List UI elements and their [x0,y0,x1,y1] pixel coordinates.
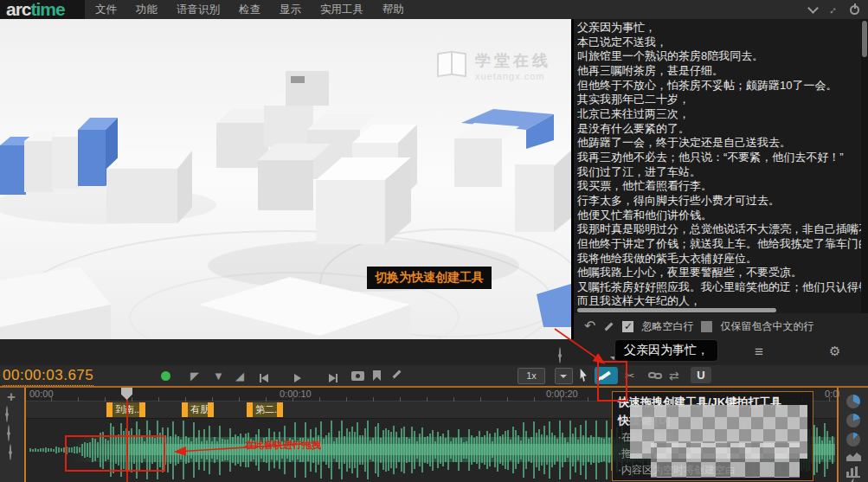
subtitle-text-lines: 父亲因为事忙， 本已说定不送我， 叫旅馆里一个熟识的茶房8陪我同去。 他再三嘱咐… [577,21,863,309]
text-line: 行李太多，得向脚夫行些小费才可过去。 [577,194,863,209]
timecode-display: 00:00:03.675 [3,367,93,386]
ignore-blank-lines-checkbox[interactable]: ✓ [622,321,633,332]
play-icon[interactable] [294,371,301,383]
bookmark-icon[interactable] [373,370,381,381]
drag-hint-text: 在此音轨进行拖拽 [245,439,321,452]
text-line: 又嘱托茶房好好照应我。我心里暗笑他的迂；他们只认得钱， [577,280,863,295]
status-dot [161,371,170,381]
undo-icon[interactable]: ↶ [584,320,595,332]
text-line: 他再三嘱咐茶房，甚是仔细。 [577,64,863,79]
text-line: 叫旅馆里一个熟识的茶房8陪我同去。 [577,49,863,64]
arctime-window: arctime 文件 功能 语音识别 检查 显示 实用工具 帮助 ↕ [0,0,868,482]
book-icon [437,50,466,74]
subtitle-list-icon[interactable]: ≡ [755,345,763,359]
watermark-title: 学堂在线 [475,50,551,71]
text-line: 北京已来往过两三次， [577,107,863,122]
track-eye-icon[interactable] [8,425,10,441]
watermark-url: xuetangx.com [475,71,551,81]
text-line: 我再三劝他不必去；他只说：“不要紧，他们去不好！” [577,151,863,165]
speed-dropdown-arrow[interactable] [555,368,573,384]
previous-icon[interactable] [260,371,268,383]
zoom-pie-icon[interactable] [846,395,860,408]
current-subtitle-tooltip: 父亲因为事忙， [615,340,717,361]
menu-file[interactable]: 文件 [95,3,117,17]
logo-time: time [31,1,65,18]
timeline-start-line [24,388,26,482]
next-icon[interactable] [329,371,338,383]
window-controls: ↕ [809,3,860,16]
text-line: 但他终于讲定了价钱；就送我上车。他给我拣定了靠车门的一张椅子； [577,237,863,252]
text-line: 我那时真是聪明过分，总觉他说话不大漂亮，非自己插嘴不可， [577,222,863,237]
watermark: 学堂在线 xuetangx.com [437,50,551,81]
switch-tool-tooltip: 切换为快速创建工具 [367,267,492,289]
subtitle-text-panel[interactable]: 父亲因为事忙， 本已说定不送我， 叫旅馆里一个熟识的茶房8陪我同去。 他再三嘱咐… [574,19,868,313]
swap-icon[interactable]: ⇄ [669,369,679,382]
timeline-right-toolbar [839,388,868,482]
select-tool-icon[interactable] [579,369,588,382]
track-eye-icon[interactable] [6,406,8,422]
text-line: 我买票，他忙着照看行李。 [577,179,863,194]
text-line: 他踌躇了一会，终于决定还是自己送我去。 [577,136,863,151]
subtitle-block[interactable]: 第二.. [247,402,283,417]
video-preview: 学堂在线 xuetangx.com 切换为快速创建工具 [0,19,571,339]
edit-pencil-icon[interactable] [603,321,614,332]
text-line: 是没有什么要紧的了。 [577,122,863,137]
annotation-rect [65,435,165,472]
track-gutter: + [0,388,24,482]
link-icon[interactable] [648,372,664,379]
marker-down-icon[interactable]: ▼ [213,370,224,382]
text-panel-toolbar: ↶ ✓ 忽略空白行 仅保留包含中文的行 [574,313,868,339]
gear-icon[interactable]: ⚙ [829,344,840,358]
menu-check[interactable]: 检查 [239,3,260,17]
zoom-pie-icon[interactable] [846,433,860,447]
in-point-icon[interactable]: ◤ [190,370,199,382]
menu-display[interactable]: 显示 [280,3,301,17]
lightning-icon[interactable] [849,478,858,482]
subtitle-visibility-eye-icon[interactable] [559,347,561,363]
timeline: 00:00 0:00:10 0:00:20 0:00 到南.. 有朋 第二.. … [0,388,868,482]
timeline-end-line [837,388,839,482]
preview-status-strip: ≡ ⚙ [0,339,868,365]
censored-mosaic [651,443,800,478]
menu-bar: arctime 文件 功能 语音识别 检查 显示 实用工具 帮助 ↕ [0,0,868,19]
text-line: 他便又忙着和他们讲价钱。 [577,209,863,223]
camera-icon[interactable] [351,371,364,381]
text-line: 但他终于不放心，怕茶房不妥帖；颇踌躇10了一会。 [577,79,863,93]
keep-chinese-only-checkbox[interactable] [701,321,712,332]
app-logo: arctime [0,0,85,19]
menu-functions[interactable]: 功能 [136,3,158,17]
speed-select[interactable]: 1x [518,368,545,384]
menu-items: 文件 功能 语音识别 检查 显示 实用工具 帮助 [95,3,404,17]
text-line: 他嘱我路上小心，夜里要警醒些，不要受凉。 [577,266,863,280]
menu-speech-recognition[interactable]: 语音识别 [177,3,220,17]
add-track-icon[interactable]: + [7,389,16,406]
waveform-view-icon[interactable] [846,452,861,461]
text-line: 我将他给我做的紫毛大衣辅好座位。 [577,252,863,267]
horizontal-scrollbar[interactable] [577,308,776,312]
zoom-pie-icon[interactable] [846,414,860,427]
chevron-down-icon[interactable] [807,3,819,14]
resize-icon[interactable]: ↕ [826,3,839,16]
track-eye-icon[interactable] [10,444,11,460]
out-point-icon[interactable]: ◢ [235,370,244,382]
text-line: 父亲因为事忙， [577,21,863,35]
menu-help[interactable]: 帮助 [383,3,404,17]
text-line: 而且我这样大年纪的人， [577,294,863,309]
ignore-blank-lines-label[interactable]: 忽略空白行 [641,319,693,334]
menu-utilities[interactable]: 实用工具 [320,3,363,17]
vertical-scrollbar[interactable] [861,19,868,313]
keep-chinese-only-label[interactable]: 仅保留包含中文的行 [720,319,813,334]
text-line: 其实我那年已二十岁， [577,93,863,107]
power-icon[interactable] [850,5,859,15]
text-line: 本已说定不送我， [577,35,863,50]
transport-bar: 00:00:03.675 ◤ ▼ ◢ 1x ✂ ⇄ U [0,365,868,388]
magnet-snap-icon[interactable]: U [691,367,711,383]
text-line: 我们过了江，进了车站。 [577,165,863,180]
scrollbar-thumb[interactable] [862,21,867,57]
spectrum-view-icon[interactable] [846,465,860,478]
subtitle-block[interactable]: 有朋 [182,402,214,417]
annotation-rect-tool [597,361,627,402]
logo-arc: arc [6,1,31,18]
pen-slash-icon[interactable] [391,369,402,382]
